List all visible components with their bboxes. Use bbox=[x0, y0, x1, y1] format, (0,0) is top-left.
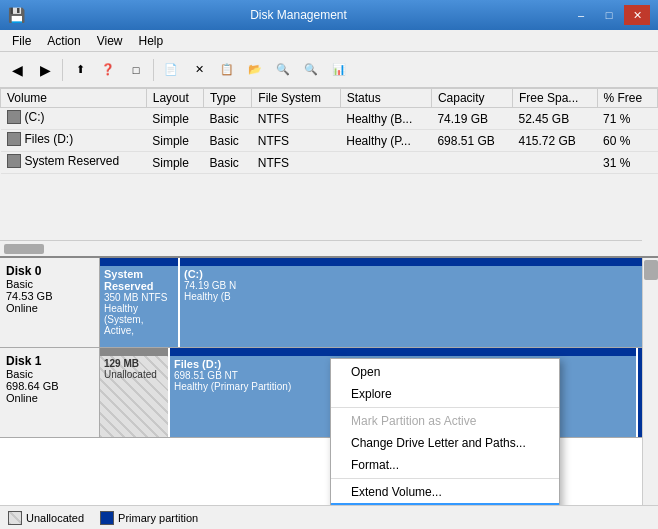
partition-header bbox=[170, 348, 636, 356]
ctx-change-letter[interactable]: Change Drive Letter and Paths... bbox=[331, 432, 559, 454]
disk-1-status: Online bbox=[6, 392, 93, 404]
cell-capacity: 74.19 GB bbox=[431, 108, 512, 130]
vertical-scrollbar[interactable] bbox=[642, 258, 658, 505]
ctx-format[interactable]: Format... bbox=[331, 454, 559, 476]
table-row[interactable]: System Reserved Simple Basic NTFS 31 % bbox=[1, 152, 658, 174]
cell-volume: Files (D:) bbox=[1, 130, 147, 152]
ctx-explore[interactable]: Explore bbox=[331, 383, 559, 405]
main-container: Volume Layout Type File System Status Ca… bbox=[0, 88, 658, 529]
partition-c-drive[interactable]: (C:) 74.19 GB N Healthy (B bbox=[180, 258, 658, 347]
cell-pct: 71 % bbox=[597, 108, 657, 130]
disk-view-area: Disk 0 Basic 74.53 GB Online System Rese… bbox=[0, 258, 658, 505]
copy-button[interactable]: 📋 bbox=[214, 57, 240, 83]
cell-fs: NTFS bbox=[252, 152, 340, 174]
cell-layout: Simple bbox=[146, 152, 203, 174]
minimize-button[interactable]: – bbox=[568, 5, 594, 25]
context-menu: Open Explore Mark Partition as Active Ch… bbox=[330, 358, 560, 505]
partition-status: Unallocated bbox=[104, 369, 164, 380]
cell-free: 415.72 GB bbox=[512, 130, 597, 152]
cell-type: Basic bbox=[204, 108, 252, 130]
cell-volume: System Reserved bbox=[1, 152, 147, 174]
menu-help[interactable]: Help bbox=[131, 32, 172, 50]
table-row[interactable]: (C:) Simple Basic NTFS Healthy (B... 74.… bbox=[1, 108, 658, 130]
delete-button[interactable]: ✕ bbox=[186, 57, 212, 83]
table-row[interactable]: Files (D:) Simple Basic NTFS Healthy (P.… bbox=[1, 130, 658, 152]
cell-capacity: 698.51 GB bbox=[431, 130, 512, 152]
cell-fs: NTFS bbox=[252, 130, 340, 152]
partition-system-reserved[interactable]: System Reserved 350 MB NTFS Healthy (Sys… bbox=[100, 258, 180, 347]
disk-1-label: Disk 1 Basic 698.64 GB Online bbox=[0, 348, 100, 437]
cell-pct: 60 % bbox=[597, 130, 657, 152]
ctx-separator-2 bbox=[331, 478, 559, 479]
title-bar-controls: – □ ✕ bbox=[568, 5, 650, 25]
cell-status bbox=[340, 152, 431, 174]
toolbar: ◀ ▶ ⬆ ❓ □ 📄 ✕ 📋 📂 🔍 🔍 📊 bbox=[0, 52, 658, 88]
partition-header bbox=[100, 258, 178, 266]
disk-0-size: 74.53 GB bbox=[6, 290, 93, 302]
horizontal-scrollbar[interactable] bbox=[0, 240, 642, 256]
properties-button[interactable]: □ bbox=[123, 57, 149, 83]
partition-name: System Reserved bbox=[104, 268, 174, 292]
cell-free bbox=[512, 152, 597, 174]
legend-label-primary: Primary partition bbox=[118, 512, 198, 524]
partition-size: 74.19 GB N bbox=[184, 280, 652, 291]
up-button[interactable]: ⬆ bbox=[67, 57, 93, 83]
menu-bar: File Action View Help bbox=[0, 30, 658, 52]
menu-action[interactable]: Action bbox=[39, 32, 88, 50]
legend: Unallocated Primary partition bbox=[0, 505, 658, 529]
table-scroll[interactable]: Volume Layout Type File System Status Ca… bbox=[0, 88, 658, 256]
ctx-separator-1 bbox=[331, 407, 559, 408]
disk-1-name: Disk 1 bbox=[6, 354, 93, 368]
cell-status: Healthy (P... bbox=[340, 130, 431, 152]
zoom-button[interactable]: 🔍 bbox=[298, 57, 324, 83]
disk-0-partitions: System Reserved 350 MB NTFS Healthy (Sys… bbox=[100, 258, 658, 347]
disk-0-type: Basic bbox=[6, 278, 93, 290]
ctx-extend[interactable]: Extend Volume... bbox=[331, 481, 559, 503]
disk-0-name: Disk 0 bbox=[6, 264, 93, 278]
col-capacity: Capacity bbox=[431, 89, 512, 108]
col-type: Type bbox=[204, 89, 252, 108]
cell-pct: 31 % bbox=[597, 152, 657, 174]
partition-header bbox=[180, 258, 656, 266]
cell-fs: NTFS bbox=[252, 108, 340, 130]
partition-name: (C:) bbox=[184, 268, 652, 280]
col-filesystem: File System bbox=[252, 89, 340, 108]
title-bar-left: 💾 bbox=[8, 7, 29, 23]
back-button[interactable]: ◀ bbox=[4, 57, 30, 83]
new-button[interactable]: 📄 bbox=[158, 57, 184, 83]
disk-1-type: Basic bbox=[6, 368, 93, 380]
menu-view[interactable]: View bbox=[89, 32, 131, 50]
disk-1-size: 698.64 GB bbox=[6, 380, 93, 392]
chart-button[interactable]: 📊 bbox=[326, 57, 352, 83]
partition-unallocated[interactable]: 129 MB Unallocated bbox=[100, 348, 170, 437]
cell-free: 52.45 GB bbox=[512, 108, 597, 130]
cell-volume: (C:) bbox=[1, 108, 147, 130]
col-layout: Layout bbox=[146, 89, 203, 108]
cell-status: Healthy (B... bbox=[340, 108, 431, 130]
search-button[interactable]: 🔍 bbox=[270, 57, 296, 83]
ctx-shrink[interactable]: Shrink Volume... bbox=[331, 503, 559, 505]
close-button[interactable]: ✕ bbox=[624, 5, 650, 25]
col-freespace: Free Spa... bbox=[512, 89, 597, 108]
legend-box-unallocated bbox=[8, 511, 22, 525]
table-area: Volume Layout Type File System Status Ca… bbox=[0, 88, 658, 258]
help-button[interactable]: ❓ bbox=[95, 57, 121, 83]
partition-status: Healthy (B bbox=[184, 291, 652, 302]
cell-layout: Simple bbox=[146, 108, 203, 130]
disk-0-label: Disk 0 Basic 74.53 GB Online bbox=[0, 258, 100, 347]
disk-0-status: Online bbox=[6, 302, 93, 314]
menu-file[interactable]: File bbox=[4, 32, 39, 50]
partition-size: 350 MB NTFS bbox=[104, 292, 174, 303]
cell-type: Basic bbox=[204, 152, 252, 174]
toolbar-separator-2 bbox=[153, 59, 154, 81]
open-button[interactable]: 📂 bbox=[242, 57, 268, 83]
legend-label-unallocated: Unallocated bbox=[26, 512, 84, 524]
maximize-button[interactable]: □ bbox=[596, 5, 622, 25]
col-pctfree: % Free bbox=[597, 89, 657, 108]
ctx-mark-active[interactable]: Mark Partition as Active bbox=[331, 410, 559, 432]
forward-button[interactable]: ▶ bbox=[32, 57, 58, 83]
app-icon: 💾 bbox=[8, 7, 25, 23]
col-volume: Volume bbox=[1, 89, 147, 108]
ctx-open[interactable]: Open bbox=[331, 361, 559, 383]
cell-capacity bbox=[431, 152, 512, 174]
